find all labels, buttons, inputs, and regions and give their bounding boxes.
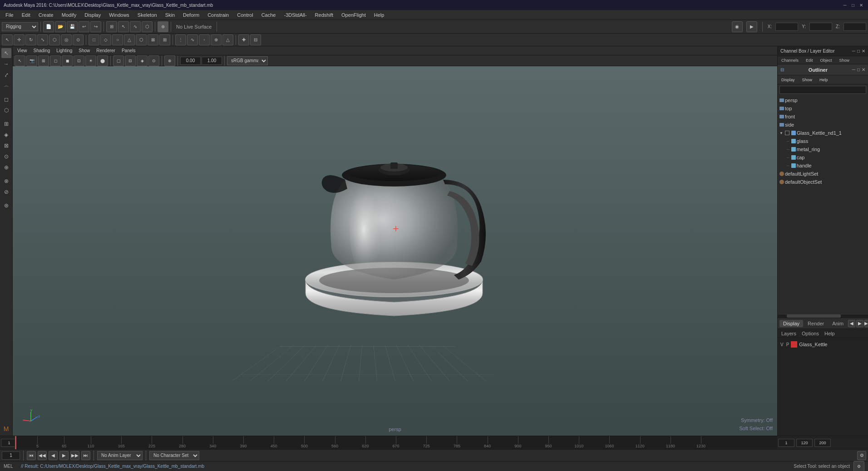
menu-windows[interactable]: Windows [105,11,133,19]
menu-create[interactable]: Create [35,11,57,19]
menu-skeleton[interactable]: Skeleton [134,11,161,19]
scale-tool-btn[interactable]: ⤡ [37,34,48,45]
outliner-item-side[interactable]: side [778,121,868,129]
step-back-btn[interactable]: ◀◀ [38,451,47,460]
brush-stroke-btn[interactable]: ⤤ [1,70,11,80]
vp-iso-btn[interactable]: ◈ [137,55,148,66]
channelbox-maximize[interactable]: □ [857,49,860,54]
vol-up-btn[interactable]: ▶▶ [864,320,868,327]
deform-btn2[interactable]: ◈ [1,130,11,140]
outliner-maximize[interactable]: □ [857,67,860,72]
outliner-item-front[interactable]: front [778,113,868,121]
current-frame-input[interactable] [2,451,20,460]
status-prefs-btn[interactable]: ⚙ [853,461,864,471]
vp-grid-btn[interactable]: ⊞ [38,55,49,66]
goto-end-btn[interactable]: ⏭ [81,451,90,460]
expand-arrow[interactable]: ▼ [779,131,783,135]
select-button[interactable]: ↖ [118,21,129,32]
menu-openflight[interactable]: OpenFlight [338,11,370,19]
y-input[interactable] [809,23,832,31]
outliner-item-lightset[interactable]: defaultLightSet [778,170,868,178]
vp-cam-btn[interactable]: 📷 [26,55,37,66]
options-tab[interactable]: Options [800,330,821,337]
layer-v[interactable]: V [780,342,784,347]
outliner-search[interactable] [779,86,866,94]
vp-shadow-btn[interactable]: ⬤ [97,55,108,66]
menu-redshift[interactable]: Redshift [311,11,337,19]
minus-btn[interactable]: ⊟ [250,34,261,45]
anim-btn[interactable]: ⊛ [1,201,11,211]
play-fwd-btn[interactable]: ▶ [59,451,69,460]
undo-button[interactable]: ↩ [79,21,89,32]
outliner-item-persp[interactable]: persp [778,96,868,104]
deform-btn1[interactable]: ⊞ [1,119,11,129]
shading-menu[interactable]: Shading [31,48,53,54]
plus-btn[interactable]: ✚ [238,34,249,45]
outliner-scrollbar-h[interactable] [778,314,868,318]
rotate-tool-btn[interactable]: ↻ [25,34,36,45]
menu-constrain[interactable]: Constrain [204,11,232,19]
outliner-item-top[interactable]: top [778,104,868,113]
outliner-show-menu[interactable]: Show [800,77,814,83]
colorspace-dropdown[interactable]: sRGB gamma [227,56,268,65]
view-menu[interactable]: View [15,48,30,54]
vp-select-btn[interactable]: ↖ [15,55,25,66]
snap-grid-btn[interactable]: ⋮ [175,34,186,45]
deform-btn5[interactable]: ⊕ [1,162,11,172]
snap-view-btn[interactable]: ⊕ [211,34,222,45]
comp-select-1[interactable]: □ [89,34,99,45]
curve-btn[interactable]: ⌒ [1,83,11,93]
menu-edit[interactable]: Edit [18,11,34,19]
lighting-menu[interactable]: Lighting [54,48,75,54]
ipr-btn[interactable]: ▶ [746,21,757,32]
comp-select-3[interactable]: ○ [112,34,123,45]
outliner-item-cap[interactable]: ─ cap [778,153,868,162]
play-back-btn[interactable]: ◀ [49,451,58,460]
comp-select-7[interactable]: ⊞ [159,34,170,45]
vp-value1[interactable] [180,57,201,65]
menu-file[interactable]: File [2,11,17,19]
vp-hud-btn[interactable]: ⊟ [125,55,136,66]
menu-modify[interactable]: Modify [58,11,80,19]
soft-mod-btn[interactable]: ◎ [61,34,72,45]
panels-menu[interactable]: Panels [119,48,138,54]
vp-xray-btn[interactable]: ⊙ [148,55,159,66]
step-fwd-btn[interactable]: ▶▶ [70,451,79,460]
z-input[interactable] [843,23,866,31]
show-channels-menu[interactable]: Show [838,58,852,63]
menu-cache[interactable]: Cache [258,11,280,19]
renderer-menu[interactable]: Renderer [94,48,118,54]
minimize-button[interactable]: ─ [842,2,848,8]
vol-down-btn[interactable]: ◀ [848,320,855,327]
snap-curve-btn[interactable]: ∿ [187,34,198,45]
outliner-item-objectset[interactable]: defaultObjectSet [778,178,868,186]
tab-render[interactable]: Render [804,320,828,327]
vp-value2[interactable] [202,57,222,65]
timeline-track[interactable]: 5651101652252803403904505005606206707257… [15,436,777,449]
goto-start-btn[interactable]: ⏮ [27,451,36,460]
deform-btn3[interactable]: ⊠ [1,141,11,151]
layer-name[interactable]: Glass_Kettle [799,342,827,347]
menu-deform[interactable]: Deform [179,11,203,19]
comp-select-4[interactable]: △ [124,34,135,45]
range-start-input[interactable] [778,439,794,447]
tab-anim[interactable]: Anim [829,320,847,327]
surface-btn[interactable]: ◻ [1,94,11,104]
vol-mid-btn[interactable]: ▶ [856,320,863,327]
magnet-button[interactable]: ⊕ [158,21,168,32]
skin-btn[interactable]: ⊘ [1,187,11,197]
show-menu[interactable]: Show [76,48,93,54]
object-menu[interactable]: Object [819,58,834,63]
menu-skin[interactable]: Skin [162,11,178,19]
menu-display[interactable]: Display [81,11,104,19]
comp-select-2[interactable]: ◇ [100,34,111,45]
channelbox-minimize[interactable]: ─ [852,49,855,54]
comp-select-6[interactable]: ⊠ [148,34,158,45]
playback-end-input[interactable] [814,439,831,447]
universal-manip-btn[interactable]: ⬡ [49,34,60,45]
x-input[interactable] [775,23,798,31]
character-set-dropdown[interactable]: No Character Set [149,451,199,460]
open-file-button[interactable]: 📂 [55,21,66,32]
show-manip-btn[interactable]: ⊙ [73,34,84,45]
mode-dropdown[interactable]: Rigging [2,22,38,31]
